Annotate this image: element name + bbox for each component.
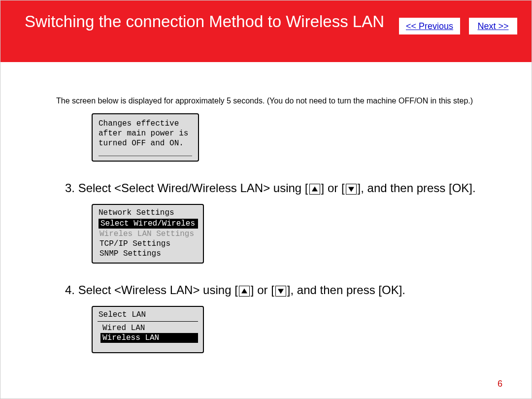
lcd-line: after main power is	[99, 129, 192, 138]
step-text: ] or [	[321, 181, 345, 195]
step-4-text: 4. Select <Wireless LAN> using [] or [],…	[65, 283, 532, 297]
lcd-menu-dim: Wireles LAN Settings	[98, 229, 198, 239]
lcd-menu-item: SNMP Settings	[98, 249, 198, 259]
lcd-menu-item: TCP/IP Settings	[98, 239, 198, 249]
step-text: 4. Select <Wireless LAN> using [	[65, 283, 238, 297]
header-bar: Switching the connection Method to Wirel…	[0, 0, 532, 62]
up-arrow-icon	[239, 286, 250, 297]
lcd-menu-title: Select LAN	[98, 310, 198, 322]
previous-button[interactable]: << Previous	[399, 18, 460, 34]
lcd-screen-select-lan: Select LAN Wired LAN Wireless LAN	[92, 306, 204, 353]
step-text: ], and then press [OK].	[358, 181, 476, 195]
note-text: The screen below is displayed for approx…	[56, 97, 532, 105]
lcd-menu-item: Wired LAN	[98, 323, 198, 333]
down-arrow-icon	[275, 286, 286, 297]
lcd-screen-network-settings: Network Settings Select Wired/Wireles Wi…	[92, 204, 204, 264]
lcd-menu-title: Network Settings	[98, 208, 198, 219]
step-text: ] or [	[251, 283, 274, 297]
lcd-screen-changes: Changes effective after main power is tu…	[92, 113, 199, 162]
step-3-text: 3. Select <Select Wired/Wireless LAN> us…	[65, 181, 532, 195]
up-arrow-icon	[309, 184, 320, 195]
lcd-line: Changes effective	[99, 119, 192, 129]
lcd-menu-selected: Wireless LAN	[100, 333, 198, 343]
nav-buttons: << Previous Next >>	[399, 18, 517, 34]
content-area: The screen below is displayed for approx…	[0, 62, 532, 353]
lcd-line: turned OFF and ON.	[99, 138, 192, 148]
step-text: 3. Select <Select Wired/Wireless LAN> us…	[65, 181, 308, 195]
lcd-menu-selected: Select Wired/Wireles	[99, 219, 198, 229]
lcd-divider	[99, 156, 192, 156]
page-number: 6	[498, 379, 502, 389]
next-button[interactable]: Next >>	[469, 18, 517, 34]
down-arrow-icon	[346, 184, 357, 195]
step-text: ], and then press [OK].	[287, 283, 405, 297]
